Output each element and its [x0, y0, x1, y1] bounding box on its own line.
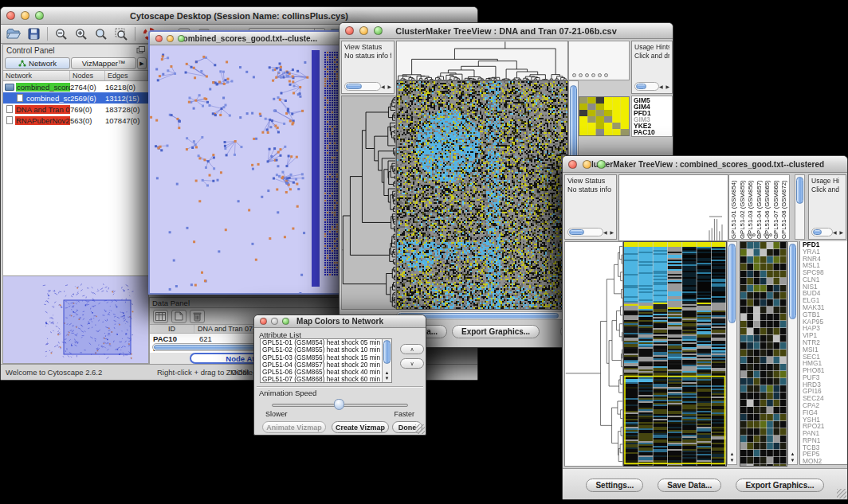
- column-label: GPL51-04 (GSM857): [756, 175, 764, 239]
- zoom-window-icon[interactable]: [282, 318, 289, 325]
- view-status-message: No status info: [567, 186, 614, 194]
- tv1-column-dendrogram[interactable]: [396, 41, 568, 80]
- close-icon[interactable]: [568, 160, 577, 169]
- usage-hscrollbar[interactable]: [634, 82, 659, 91]
- save-session-button[interactable]: [26, 26, 41, 42]
- view-status-title: View Status: [567, 177, 614, 186]
- network-view-titlebar[interactable]: combined_scores_good.txt--cluste...: [150, 32, 346, 45]
- scroll-arrows-icon[interactable]: ◀ ▶: [381, 84, 392, 89]
- new-attribute-icon[interactable]: [171, 310, 186, 323]
- scroll-up-icon[interactable]: ▲: [383, 370, 391, 376]
- attribute-item[interactable]: GPL51-07 (GSM868) heat shock 60 min: [261, 376, 391, 383]
- minimize-icon[interactable]: [359, 26, 368, 35]
- tv2-gene-list[interactable]: PFD1YRA1RNR4MSL1SPC98CLN1NIS1BUD4ELG1MAK…: [799, 241, 847, 465]
- status-welcome: Welcome to Cytoscape 2.6.2: [6, 368, 102, 377]
- tv2-global-heatmap[interactable]: [623, 241, 727, 467]
- close-icon[interactable]: [345, 26, 354, 35]
- scroll-up-icon[interactable]: ▲: [728, 451, 736, 457]
- network-view-canvas[interactable]: [150, 45, 346, 293]
- zoom-window-icon[interactable]: [597, 160, 606, 169]
- scroll-thumb[interactable]: [346, 84, 362, 89]
- usage-hscrollbar[interactable]: [811, 228, 833, 236]
- tv1-global-heatmap[interactable]: [396, 80, 568, 310]
- move-down-button[interactable]: ∨: [400, 358, 424, 369]
- scroll-arrows-icon[interactable]: ◀ ▶: [603, 229, 614, 235]
- network-overview-canvas[interactable]: [3, 276, 148, 363]
- network-overview-panel[interactable]: [3, 275, 148, 363]
- scroll-thumb[interactable]: [789, 244, 796, 319]
- resize-grip[interactable]: [415, 424, 425, 434]
- tab-vizmapper[interactable]: VizMapper™: [71, 57, 136, 69]
- attribute-list[interactable]: GPL51-01 (GSM854) heat shock 05 minGPL51…: [260, 338, 392, 383]
- tv1-zoom-heatmap[interactable]: [579, 96, 630, 136]
- scroll-thumb[interactable]: [728, 244, 736, 323]
- usage-hints-message: Click and: [811, 186, 843, 194]
- resize-grip[interactable]: [837, 489, 846, 498]
- scroll-arrows-icon[interactable]: ◀ ▶: [659, 84, 670, 89]
- column-label: GPL51-08 (GSM872): [780, 175, 789, 239]
- create-vizmap-button[interactable]: Create Vizmap: [332, 421, 389, 433]
- network-row[interactable]: DNA and Tran 07769(0)183728(0): [3, 104, 148, 115]
- zoom-in-icon[interactable]: [73, 26, 89, 42]
- minimize-icon[interactable]: [583, 160, 591, 169]
- gene-label[interactable]: MON2: [803, 458, 847, 465]
- select-attributes-icon[interactable]: [153, 310, 168, 323]
- dialog-titlebar[interactable]: Map Colors to Network: [254, 315, 426, 328]
- close-icon[interactable]: [6, 11, 15, 20]
- tv1-titlebar[interactable]: ClusterMaker TreeView : DNA and Tran 07-…: [340, 23, 673, 39]
- network-row[interactable]: RNAPuberNov2+563(0)107847(0): [3, 115, 148, 126]
- column-label: GPL51-07 (GSM868): [772, 175, 781, 239]
- status-hscrollbar[interactable]: [344, 82, 381, 91]
- float-panel-icon[interactable]: [136, 46, 145, 56]
- tv1-row-dendrogram[interactable]: [341, 96, 396, 310]
- settings-button[interactable]: Settings...: [586, 479, 643, 492]
- save-data-button[interactable]: Save Data...: [658, 479, 721, 492]
- scroll-thumb[interactable]: [796, 177, 803, 204]
- zoom-selected-icon[interactable]: [113, 26, 129, 42]
- scroll-down-icon[interactable]: ▼: [728, 458, 736, 463]
- scroll-down-icon[interactable]: ▼: [383, 376, 391, 381]
- minimize-icon[interactable]: [21, 11, 29, 20]
- scroll-thumb[interactable]: [636, 84, 646, 89]
- export-graphics-button[interactable]: Export Graphics...: [452, 325, 540, 338]
- attribute-list-vscrollbar[interactable]: ▲ ▼: [382, 339, 391, 382]
- tv2-labels-vscrollbar[interactable]: [795, 174, 805, 240]
- window-controls: [6, 7, 44, 24]
- network-name: combined_scores: [16, 83, 70, 92]
- zoom-window-icon[interactable]: [178, 35, 185, 42]
- scroll-down-icon[interactable]: ▼: [788, 458, 797, 463]
- close-icon[interactable]: [155, 35, 163, 42]
- scroll-thumb[interactable]: [569, 229, 584, 235]
- scroll-arrows-icon[interactable]: ◀ ▶: [833, 229, 844, 235]
- tv2-title: ClusterMaker TreeView : combined_scores_…: [586, 160, 824, 169]
- scroll-up-icon[interactable]: ▲: [788, 451, 797, 457]
- status-hscrollbar[interactable]: [567, 228, 603, 236]
- export-graphics-button[interactable]: Export Graphics...: [736, 479, 823, 492]
- attribute-list-items: GPL51-01 (GSM854) heat shock 05 minGPL51…: [261, 339, 391, 383]
- more-tabs-arrow-icon[interactable]: ▶: [137, 57, 147, 69]
- column-label: GPL51-01 (GSM854): [730, 175, 739, 239]
- close-icon[interactable]: [260, 318, 267, 325]
- network-row[interactable]: combined_sco2569(6)13112(15): [3, 92, 148, 104]
- tv2-zoom-heatmap[interactable]: [740, 241, 787, 467]
- tv2-row-dendrogram[interactable]: [564, 241, 623, 467]
- move-up-button[interactable]: ∧: [400, 344, 424, 354]
- scroll-thumb[interactable]: [383, 340, 391, 364]
- zoom-window-icon[interactable]: [35, 11, 44, 20]
- tv2-column-dendrogram[interactable]: [618, 174, 728, 241]
- scroll-thumb[interactable]: [813, 229, 822, 235]
- zoom-out-icon[interactable]: [53, 26, 69, 42]
- minimize-icon[interactable]: [167, 35, 174, 42]
- delete-attribute-icon[interactable]: [190, 310, 205, 323]
- slider-thumb[interactable]: [334, 399, 344, 410]
- network-row[interactable]: combined_scores2764(0)16218(0): [3, 81, 148, 92]
- tab-network[interactable]: Network: [5, 57, 70, 69]
- zoom-fit-icon[interactable]: [93, 26, 109, 42]
- gene-label[interactable]: PAC10: [634, 129, 672, 135]
- tv2-zoom-vscrollbar[interactable]: ▲ ▼: [787, 241, 798, 465]
- open-session-button[interactable]: [6, 26, 22, 42]
- tv2-titlebar[interactable]: ClusterMaker TreeView : combined_scores_…: [563, 156, 847, 173]
- tv2-heatmap-vscrollbar[interactable]: ▲ ▼: [727, 241, 737, 465]
- nodes-count: 563(0): [70, 116, 105, 125]
- zoom-window-icon[interactable]: [374, 26, 383, 35]
